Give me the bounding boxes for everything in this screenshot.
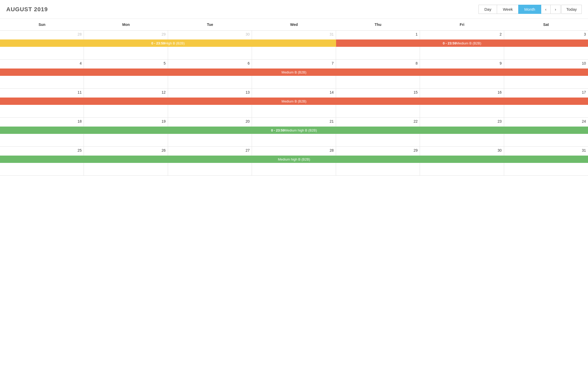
calendar-cell[interactable]: 11 xyxy=(0,89,84,117)
day-header-tue: Tue xyxy=(168,19,252,30)
day-header-fri: Fri xyxy=(420,19,504,30)
day-number: 20 xyxy=(170,119,250,123)
week-cells-1: 45678910 xyxy=(0,60,588,89)
day-number: 23 xyxy=(422,119,501,123)
day-number: 30 xyxy=(170,32,250,36)
day-number: 9 xyxy=(422,61,501,65)
nav-buttons: ‹ › Today xyxy=(541,5,582,14)
calendar-cell[interactable]: 25 xyxy=(0,147,84,175)
view-switcher: Day Week Month xyxy=(479,5,541,14)
day-number: 13 xyxy=(170,90,250,94)
day-number: 31 xyxy=(506,148,586,152)
calendar-cell[interactable]: 16 xyxy=(420,89,504,117)
day-number: 15 xyxy=(338,90,418,94)
day-number: 11 xyxy=(2,90,82,94)
calendar-cell[interactable]: 4 xyxy=(0,60,84,88)
calendar-cell[interactable]: 31 xyxy=(252,31,336,59)
calendar-cell[interactable]: 23 xyxy=(420,118,504,146)
week-cells-4: 25262728293031 xyxy=(0,147,588,176)
calendar-cell[interactable]: 18 xyxy=(0,118,84,146)
today-button[interactable]: Today xyxy=(561,5,582,14)
calendar-cell[interactable]: 3 xyxy=(504,31,588,59)
day-header-thu: Thu xyxy=(336,19,420,30)
day-number: 3 xyxy=(506,32,586,36)
day-number: 21 xyxy=(254,119,333,123)
next-button[interactable]: › xyxy=(550,5,561,14)
week-cells-3: 18192021222324 xyxy=(0,118,588,147)
week-row-4: 25262728293031Medium high B (B2B) xyxy=(0,147,588,176)
calendar-cell[interactable]: 2 xyxy=(420,31,504,59)
calendar-cell[interactable]: 30 xyxy=(420,147,504,175)
calendar-cell[interactable]: 9 xyxy=(420,60,504,88)
day-header-wed: Wed xyxy=(252,19,336,30)
week-row-2: 11121314151617Medium B (B2B) xyxy=(0,89,588,118)
calendar-cell[interactable]: 6 xyxy=(168,60,252,88)
calendar-cell[interactable]: 26 xyxy=(84,147,168,175)
day-number: 8 xyxy=(338,61,418,65)
day-number: 25 xyxy=(2,148,82,152)
day-number: 29 xyxy=(86,32,165,36)
day-number: 26 xyxy=(86,148,165,152)
day-header-sun: Sun xyxy=(0,19,84,30)
calendar-cell[interactable]: 14 xyxy=(252,89,336,117)
week-row-3: 181920212223240 - 23:59 Medium high B (B… xyxy=(0,118,588,147)
day-number: 17 xyxy=(506,90,586,94)
calendar-cell[interactable]: 13 xyxy=(168,89,252,117)
prev-button[interactable]: ‹ xyxy=(541,5,551,14)
day-number: 22 xyxy=(338,119,418,123)
calendar-title: AUGUST 2019 xyxy=(6,6,479,13)
day-number: 16 xyxy=(422,90,501,94)
day-number: 6 xyxy=(170,61,250,65)
day-header-mon: Mon xyxy=(84,19,168,30)
calendar-cell[interactable]: 29 xyxy=(336,147,420,175)
calendar-cell[interactable]: 5 xyxy=(84,60,168,88)
day-number: 28 xyxy=(254,148,333,152)
day-number: 31 xyxy=(254,32,333,36)
day-number: 27 xyxy=(170,148,250,152)
calendar-cell[interactable]: 30 xyxy=(168,31,252,59)
day-number: 4 xyxy=(2,61,82,65)
day-header-sat: Sat xyxy=(504,19,588,30)
calendar-cell[interactable]: 17 xyxy=(504,89,588,117)
day-number: 1 xyxy=(338,32,418,36)
calendar-cell[interactable]: 15 xyxy=(336,89,420,117)
day-number: 2 xyxy=(422,32,501,36)
week-cells-0: 28293031123 xyxy=(0,31,588,60)
calendar-cell[interactable]: 7 xyxy=(252,60,336,88)
day-number: 24 xyxy=(506,119,586,123)
day-number: 12 xyxy=(86,90,165,94)
day-number: 29 xyxy=(338,148,418,152)
day-number: 10 xyxy=(506,61,586,65)
calendar-cell[interactable]: 28 xyxy=(0,31,84,59)
day-number: 5 xyxy=(86,61,165,65)
calendar-cell[interactable]: 27 xyxy=(168,147,252,175)
calendar-cell[interactable]: 29 xyxy=(84,31,168,59)
week-cells-2: 11121314151617 xyxy=(0,89,588,118)
view-month-button[interactable]: Month xyxy=(518,5,541,14)
calendar: SunMonTueWedThuFriSat 282930311230 - 23:… xyxy=(0,19,588,176)
day-number: 18 xyxy=(2,119,82,123)
calendar-cell[interactable]: 28 xyxy=(252,147,336,175)
day-number: 7 xyxy=(254,61,333,65)
week-row-1: 45678910Medium B (B2B) xyxy=(0,60,588,89)
day-number: 30 xyxy=(422,148,501,152)
calendar-cell[interactable]: 8 xyxy=(336,60,420,88)
day-number: 19 xyxy=(86,119,165,123)
day-number: 28 xyxy=(2,32,82,36)
days-header: SunMonTueWedThuFriSat xyxy=(0,19,588,31)
view-day-button[interactable]: Day xyxy=(479,5,498,14)
calendar-cell[interactable]: 31 xyxy=(504,147,588,175)
calendar-cell[interactable]: 20 xyxy=(168,118,252,146)
calendar-cell[interactable]: 22 xyxy=(336,118,420,146)
calendar-grid: 282930311230 - 23:59 High B (B2B)0 - 23:… xyxy=(0,31,588,176)
calendar-cell[interactable]: 12 xyxy=(84,89,168,117)
calendar-cell[interactable]: 24 xyxy=(504,118,588,146)
day-number: 14 xyxy=(254,90,333,94)
calendar-header: AUGUST 2019 Day Week Month ‹ › Today xyxy=(0,0,588,19)
calendar-cell[interactable]: 1 xyxy=(336,31,420,59)
calendar-cell[interactable]: 10 xyxy=(504,60,588,88)
calendar-cell[interactable]: 19 xyxy=(84,118,168,146)
calendar-cell[interactable]: 21 xyxy=(252,118,336,146)
view-week-button[interactable]: Week xyxy=(497,5,519,14)
week-row-0: 282930311230 - 23:59 High B (B2B)0 - 23:… xyxy=(0,31,588,60)
